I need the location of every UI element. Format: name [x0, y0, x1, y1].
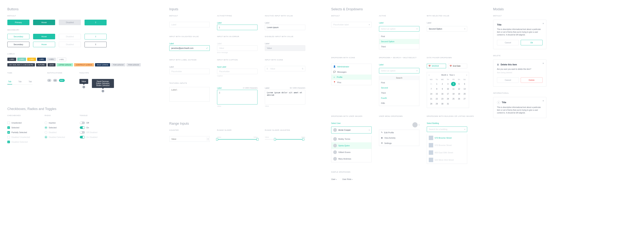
input-with-value[interactable]	[265, 25, 305, 30]
textarea-filled[interactable]: Lorem ipsum dolor sit amet et amicum	[265, 90, 305, 104]
building-thumbnail	[429, 158, 433, 162]
info-icon[interactable]: i	[102, 90, 104, 92]
range-slider[interactable]	[217, 139, 258, 140]
select-filled[interactable]: Second Option▾	[427, 26, 467, 31]
secondary-button[interactable]: Secondary	[7, 34, 30, 39]
ok-button[interactable]: Ok	[521, 40, 542, 45]
input-label-outside[interactable]	[169, 69, 210, 74]
secondary-hover-button[interactable]: Hover	[33, 34, 55, 39]
primary-button[interactable]: Primary	[7, 20, 30, 25]
dropdown-option[interactable]: First	[379, 80, 419, 85]
toggle-on-disabled: On Disabled	[80, 136, 98, 138]
menu-edit-profile[interactable]: ✎Edit Profile	[379, 130, 419, 135]
menu-view-activity[interactable]: ◉View Activity	[379, 135, 419, 140]
primary-hover-button[interactable]: Hover	[33, 20, 55, 25]
dropdown-option[interactable]: Second Option	[379, 39, 419, 44]
tertiary-button[interactable]: Secondary	[7, 42, 30, 47]
building-option[interactable]: 570 Broome Street	[427, 134, 467, 142]
slider-handle-right[interactable]	[256, 138, 258, 141]
checkbox-unselected[interactable]: Unselected	[7, 122, 30, 124]
chevron-down-icon: ▾	[369, 24, 370, 25]
input-with-icons[interactable]	[265, 66, 305, 71]
cancel-button[interactable]: Cancel	[497, 77, 519, 83]
cancel-button[interactable]: Cancel	[497, 40, 519, 45]
tab-item[interactable]: Tab	[7, 79, 12, 84]
input-with-caption[interactable]	[217, 69, 258, 74]
user-option[interactable]: Gilbert Evans	[331, 149, 372, 156]
dropdown-messages[interactable]: 💬Messages	[331, 69, 372, 74]
char-count: 0 / 2000 Characters	[243, 87, 258, 89]
dropdown-users-label: DROPDOWN WITH USER IMAGES	[331, 115, 372, 117]
counter-input[interactable]: ▴▾	[169, 136, 210, 142]
dropdown-option[interactable]: Fourth	[379, 95, 419, 101]
stepper-icon[interactable]: ⇅	[302, 68, 304, 70]
info-icon[interactable]: i	[82, 86, 85, 88]
menu-settings[interactable]: ⚙Settings	[379, 140, 419, 146]
tooltip-value: Value	[80, 79, 88, 84]
dropdown-option[interactable]: Third	[379, 44, 419, 49]
textarea-empty[interactable]	[169, 87, 210, 102]
stepper-down-icon[interactable]: ▾	[206, 139, 210, 141]
textarea-value-caption: Value	[265, 105, 305, 107]
input-active[interactable]	[217, 25, 258, 30]
slider-handle-left[interactable]	[216, 138, 218, 141]
stepper-up-icon[interactable]: ▴	[206, 137, 210, 139]
simple-user[interactable]: User ▾	[331, 178, 337, 180]
building-option[interactable]: 520 West 23rd Street	[427, 156, 467, 164]
slider-handle-left[interactable]	[274, 138, 276, 141]
tab-item[interactable]: Tab	[18, 79, 22, 84]
building-option[interactable]: 800 East 59th Street	[427, 149, 467, 156]
prev-month-icon[interactable]: ‹	[429, 74, 429, 76]
simple-user-role[interactable]: User Role ▾	[342, 178, 352, 180]
user-option[interactable]: Sylvia Quinn	[331, 142, 372, 149]
close-icon[interactable]: ×	[542, 62, 544, 65]
next-month-icon[interactable]: ›	[466, 74, 467, 76]
primary-icon-button[interactable]: ⇪	[84, 20, 106, 25]
user-option[interactable]: Mary Andrews	[331, 156, 372, 162]
select-building[interactable]: Search for a building▾	[427, 127, 467, 132]
textarea-active[interactable]: |	[217, 90, 258, 104]
dropdown-option[interactable]: Second	[379, 85, 419, 90]
delete-button[interactable]: Delete	[521, 77, 542, 83]
modal-body: Are you sure you want to delete this ite…	[497, 68, 542, 70]
label-pill: LABEL	[47, 58, 56, 61]
radio-selected[interactable]: Selected	[45, 126, 65, 129]
select-user-label: Select User	[331, 122, 372, 124]
dropdown-admin[interactable]: 👤Administrator	[331, 64, 372, 69]
dropdown-option[interactable]: First	[379, 34, 419, 39]
select-user[interactable]: Annie Cooper▾	[331, 127, 372, 133]
tab-item[interactable]: Tab	[28, 79, 33, 84]
dropdown-pins[interactable]: 📍Pins	[331, 80, 372, 85]
dropdown-option[interactable]: Fifth	[379, 101, 419, 106]
slider-handle-right[interactable]	[302, 138, 304, 141]
status-pill: TOM 12/31/18	[111, 63, 125, 66]
tertiary-hover-button[interactable]: Hover	[33, 42, 55, 47]
dropdown-icons-label: DROPDOWN WITH ICONS	[331, 57, 372, 59]
checkbox-partial[interactable]: Partially Selected	[7, 131, 30, 134]
building-option[interactable]: 570 Broome Street	[427, 142, 467, 149]
chevron-down-icon[interactable]: ▾	[419, 124, 420, 126]
select-open[interactable]: Select an option▾	[379, 26, 420, 31]
toggle-on[interactable]: On	[80, 126, 98, 129]
checkbox-selected[interactable]: ✓Selected	[7, 126, 30, 129]
radio-inactive[interactable]: Inactive	[45, 122, 65, 124]
input-error[interactable]	[217, 45, 258, 51]
select-placeholder[interactable]: Placeholder label▾	[331, 22, 372, 27]
secondary-icon-button[interactable]: ⇪	[84, 34, 106, 39]
dropdown-search-input[interactable]	[381, 77, 418, 79]
slider-adjusted-label: RANGE SLIDER ADJUSTED	[265, 129, 305, 131]
start-date-input[interactable]: 📅9/4/2018	[427, 64, 446, 68]
close-icon[interactable]: ×	[542, 22, 544, 25]
dropdown-profile[interactable]: ☺Profile	[331, 74, 372, 80]
dropdown-option[interactable]: Third	[379, 90, 419, 95]
avatar[interactable]	[412, 122, 418, 127]
input-default[interactable]	[169, 22, 210, 27]
range-slider-adjusted[interactable]	[265, 139, 305, 140]
tertiary-icon-button[interactable]: ⇪	[84, 42, 106, 47]
user-option[interactable]: Bobby Torres	[331, 136, 372, 142]
end-date-input[interactable]: 📅End Date	[448, 64, 467, 68]
toggle-off[interactable]: Off	[80, 122, 98, 124]
input-validated[interactable]	[169, 45, 210, 51]
close-icon[interactable]: ×	[542, 99, 544, 102]
select-search[interactable]: Select an option▾	[379, 68, 420, 73]
